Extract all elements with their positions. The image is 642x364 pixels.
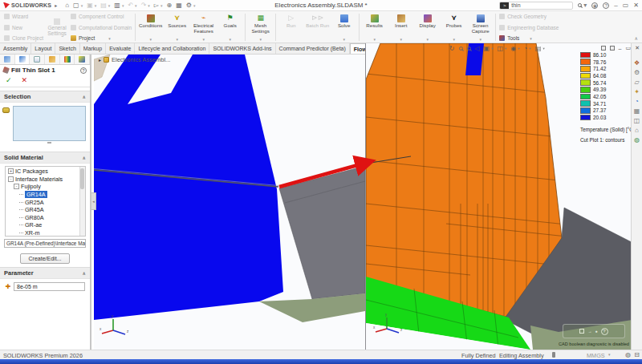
results-button[interactable]: Results▾	[361, 13, 388, 42]
save-icon[interactable]: ▤	[100, 2, 107, 9]
tree-item[interactable]: +IC Packages	[8, 168, 78, 176]
section-view-icon[interactable]: ▤	[535, 45, 542, 52]
custom-properties-icon[interactable]: ▦	[634, 108, 640, 115]
viewport-model[interactable]: ▸ Electronics Assembl... y x z	[94, 55, 365, 350]
window-restore-icon[interactable]: ▭	[626, 45, 632, 51]
tree-item-selected[interactable]: GR14A	[8, 191, 78, 199]
general-settings-button[interactable]: General Settings	[45, 13, 69, 42]
tab-command-predictor[interactable]: Command Predictor (Beta)	[276, 43, 350, 54]
viewport-layout-icon[interactable]: ▦	[176, 2, 182, 9]
zoom-fit-icon[interactable]	[459, 45, 463, 52]
computational-domain-button[interactable]: Computational Domain	[71, 25, 132, 30]
tree-item[interactable]: XR-m	[8, 229, 78, 237]
previous-view-icon[interactable]: ◁	[475, 45, 480, 52]
home-icon[interactable]: ⌂	[65, 2, 69, 9]
window-close-icon[interactable]: ✕	[635, 45, 640, 51]
tree-item[interactable]: GR25A	[8, 198, 78, 206]
temperature-legend[interactable]: 86.10 78.76 71.42 64.08 56.74 49.39 42.0…	[580, 51, 635, 143]
rotate-view-icon[interactable]: ↻	[449, 45, 455, 52]
select-cursor-icon[interactable]: ▻	[154, 2, 159, 9]
tree-item[interactable]: -Interface Materials	[8, 176, 78, 184]
appearances-icon[interactable]: ◔	[524, 45, 528, 52]
hide-show-items-icon[interactable]: ◉	[511, 45, 517, 52]
zoom-area-icon[interactable]	[467, 45, 471, 52]
run-button[interactable]: ▷Run	[278, 13, 304, 42]
probes-button[interactable]: ⋎Probes▾	[441, 13, 467, 42]
mesh-settings-button[interactable]: ▦Mesh Settings▾	[247, 13, 274, 42]
tree-item[interactable]: GR80A	[8, 214, 78, 222]
breadcrumb[interactable]: ▸ Electronics Assembl...	[99, 56, 170, 63]
window-minimize-icon[interactable]: –	[619, 46, 622, 51]
solidworks-resources-icon[interactable]: ❖	[634, 60, 640, 67]
view-orientation-icon[interactable]: ▣	[484, 45, 490, 52]
tab-assembly[interactable]: Assembly	[0, 43, 31, 54]
accept-icon[interactable]: ✓	[6, 76, 12, 84]
wizard-button[interactable]: Wizard	[4, 14, 43, 19]
listbox-resize-grip[interactable]	[47, 142, 51, 144]
panel-collapse-handle[interactable]: ◂	[91, 192, 96, 210]
units-selector[interactable]: MMGS	[587, 352, 605, 359]
3dexperience-icon[interactable]: ◍	[634, 137, 640, 144]
goals-button[interactable]: ⚑Goals▾	[217, 13, 243, 42]
display-button[interactable]: Display▾	[414, 13, 441, 42]
window-tile-icon[interactable]	[610, 46, 615, 51]
design-library-icon[interactable]: ⚙	[634, 70, 640, 76]
tools-button[interactable]: Tools▾	[499, 35, 562, 41]
diagnostic-help-icon[interactable]: ?	[601, 328, 608, 335]
screen-capture-button[interactable]: Screen Capture▾	[467, 13, 494, 42]
propertymanager-tab[interactable]	[15, 55, 30, 64]
featuremanager-tab[interactable]	[0, 55, 15, 64]
check-geometry-button[interactable]: Check Geometry	[499, 14, 562, 19]
new-project-button[interactable]: New	[4, 25, 43, 30]
account-icon[interactable]: ◉	[591, 2, 598, 9]
create-edit-button[interactable]: Create/Edit...	[20, 253, 70, 264]
displaymanager-tab[interactable]	[60, 55, 75, 64]
feature-help-icon[interactable]: ?	[80, 67, 87, 74]
attach-icon[interactable]: ⊕	[167, 2, 173, 9]
view-palette-icon[interactable]: ✦	[634, 89, 640, 95]
tree-item[interactable]: GR45A	[8, 206, 78, 214]
status-monitor-icon[interactable]: ⊟	[634, 352, 640, 358]
tab-sketch[interactable]: Sketch	[55, 43, 79, 54]
solid-material-group-header[interactable]: Solid Material∧	[0, 152, 90, 164]
close-icon[interactable]: ✕	[633, 2, 639, 9]
toolbar-flyout-icon[interactable]: ▸	[55, 3, 57, 8]
dimxpertmanager-tab[interactable]	[45, 55, 60, 64]
help-icon[interactable]: ?	[603, 2, 609, 9]
material-combo[interactable]: GR14A (Pre-Defined)\Interface Materi∨	[4, 239, 86, 248]
sources-button[interactable]: ⋎Sources▾	[164, 13, 190, 42]
electrical-features-button[interactable]: ⌁Electrical Features▾	[190, 13, 217, 42]
file-explorer-icon[interactable]: ▱	[634, 79, 639, 86]
tab-lifecycle-and-collaboration[interactable]: Lifecycle and Collaboration	[135, 43, 209, 54]
conditions-button[interactable]: Conditions▾	[137, 13, 164, 42]
diagnostic-overlay[interactable]: → ● ?	[563, 324, 625, 338]
tab-layout[interactable]: Layout	[31, 43, 55, 54]
tree-item[interactable]: -Fujipoly	[8, 183, 78, 191]
engineering-database-button[interactable]: Engineering Database	[499, 25, 562, 30]
breadcrumb-flyout-icon[interactable]: ▸	[99, 57, 101, 63]
open-file-icon[interactable]: ▣	[87, 2, 93, 9]
batch-run-button[interactable]: ⊳⊳Batch Run	[304, 13, 331, 42]
component-control-button[interactable]: Component Control	[71, 14, 132, 19]
restore-icon[interactable]: ▭	[623, 2, 629, 9]
options-gear-icon[interactable]: ⚙	[186, 2, 192, 9]
cancel-icon[interactable]: ✕	[22, 76, 28, 84]
display-style-icon[interactable]: ◫	[498, 45, 504, 52]
command-search-box[interactable]: > thin	[499, 2, 573, 10]
solve-button[interactable]: Solve▾	[331, 13, 357, 42]
redo-icon[interactable]: ↷	[141, 2, 147, 9]
ribbon-collapse-icon[interactable]: ∧	[635, 35, 638, 41]
material-tree[interactable]: +IC Packages -Interface Materials -Fujip…	[5, 166, 86, 237]
print-icon[interactable]: ▥	[114, 2, 120, 9]
new-file-icon[interactable]: ▢	[73, 2, 79, 9]
minimize-icon[interactable]: –	[614, 2, 617, 9]
selection-listbox[interactable]	[13, 106, 86, 141]
parameter-group-header[interactable]: Parameter∧	[0, 267, 90, 279]
appearances-scenes-icon[interactable]: ◔	[635, 99, 639, 105]
search-icon[interactable]	[578, 2, 582, 9]
screen-sharing-icon[interactable]: ◫	[634, 118, 640, 124]
undo-icon[interactable]: ↶	[128, 2, 133, 9]
selection-group-header[interactable]: Selection∧	[0, 91, 90, 103]
status-gear-icon[interactable]: ◍	[625, 352, 631, 358]
clone-project-button[interactable]: Clone Project	[4, 35, 43, 41]
